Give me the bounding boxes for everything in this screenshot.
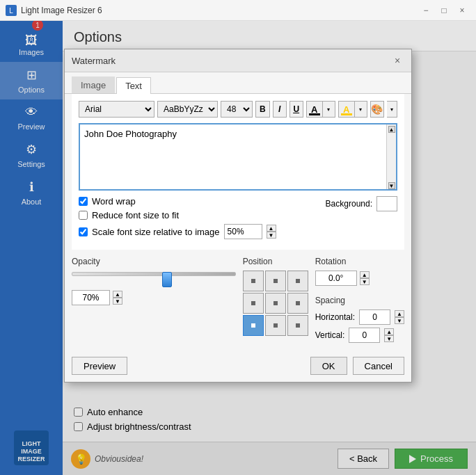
text-area-wrapper: John Doe Photography ▲ ▼: [79, 123, 397, 191]
italic-button[interactable]: I: [273, 101, 287, 118]
vertical-spacing-row: Vertical: ▲ ▼: [315, 328, 404, 343]
opacity-slider-track: [72, 272, 236, 276]
dialog-overlay: Watermark × Image Text Arial AaBbYyZz 48…: [0, 21, 476, 475]
scale-font-checkbox[interactable]: [79, 227, 88, 236]
textarea-scrollbar: ▲ ▼: [386, 124, 396, 189]
highlight-color-group: A ▾: [338, 101, 367, 118]
rotation-value-input[interactable]: [315, 271, 357, 286]
position-section: Position: [243, 257, 308, 346]
font-preview-select[interactable]: AaBbYyZz: [157, 101, 218, 118]
text-color-dropdown[interactable]: ▾: [323, 101, 335, 118]
font-family-select[interactable]: Arial: [79, 101, 154, 118]
maximize-button[interactable]: □: [436, 3, 452, 18]
horizontal-down-button[interactable]: ▼: [395, 317, 404, 324]
rotation-up-button[interactable]: ▲: [360, 271, 370, 278]
text-color-group: A ▾: [306, 101, 335, 118]
pos-bottom-center[interactable]: [265, 315, 286, 336]
title-bar: L Light Image Resizer 6 − □ ×: [0, 0, 476, 21]
horizontal-up-button[interactable]: ▲: [395, 310, 404, 317]
opacity-input-row: ▲ ▼: [72, 290, 236, 305]
pos-bottom-right[interactable]: [287, 315, 308, 336]
rotation-section: Rotation ▲ ▼: [315, 257, 404, 291]
rotation-spacing-section: Rotation ▲ ▼ Spacing Horizontal:: [315, 257, 404, 346]
scale-font-label: Scale font size relative to image: [92, 227, 220, 237]
pos-middle-right[interactable]: [287, 293, 308, 314]
scale-value-input[interactable]: [224, 224, 262, 239]
opacity-up-button[interactable]: ▲: [113, 291, 122, 298]
horizontal-value-input[interactable]: [359, 309, 390, 325]
spacing-label: Spacing: [315, 296, 404, 305]
minimize-button[interactable]: −: [418, 3, 434, 18]
tab-image[interactable]: Image: [72, 77, 115, 93]
scale-up-button[interactable]: ▲: [267, 225, 276, 232]
watermark-dialog: Watermark × Image Text Arial AaBbYyZz 48…: [64, 49, 412, 383]
rotation-spinners: ▲ ▼: [360, 271, 370, 285]
word-wrap-row: Word wrap: [79, 196, 276, 207]
highlight-color-bar: [341, 113, 352, 115]
watermark-text-input[interactable]: John Doe Photography: [80, 124, 396, 187]
word-wrap-label: Word wrap: [92, 196, 136, 207]
font-size-select[interactable]: 48: [221, 101, 253, 118]
reduce-font-label: Reduce font size to fit: [92, 210, 179, 220]
paint-button[interactable]: 🎨: [370, 101, 384, 118]
pos-middle-left[interactable]: [243, 293, 264, 314]
reduce-font-checkbox[interactable]: [79, 211, 88, 220]
scale-down-button[interactable]: ▼: [267, 232, 276, 239]
rotation-down-button[interactable]: ▼: [360, 278, 370, 285]
scale-spinners: ▲ ▼: [267, 225, 276, 239]
scale-font-row: Scale font size relative to image ▲ ▼: [79, 224, 276, 239]
preview-button[interactable]: Preview: [72, 357, 127, 375]
dialog-titlebar: Watermark ×: [65, 49, 411, 72]
close-button[interactable]: ×: [454, 3, 470, 18]
bold-button[interactable]: B: [255, 101, 269, 118]
text-color-bar: [309, 113, 320, 115]
dialog-body: Arial AaBbYyZz 48 B I U A ▾: [72, 94, 404, 250]
dialog-title: Watermark: [72, 56, 116, 66]
vertical-value-input[interactable]: [349, 328, 380, 343]
vertical-up-button[interactable]: ▲: [384, 328, 394, 335]
horizontal-spacing-row: Horizontal: ▲ ▼: [315, 309, 404, 325]
horizontal-spinners: ▲ ▼: [395, 310, 404, 324]
background-color-swatch[interactable]: [376, 196, 397, 211]
text-color-button[interactable]: A: [306, 101, 323, 118]
scroll-down-arrow[interactable]: ▼: [388, 182, 395, 189]
app-title: Light Image Resizer 6: [21, 6, 418, 15]
tab-text[interactable]: Text: [116, 77, 151, 94]
opacity-spinners: ▲ ▼: [113, 291, 122, 305]
pos-top-center[interactable]: [265, 271, 286, 291]
pos-top-right[interactable]: [287, 271, 308, 291]
background-label: Background:: [326, 199, 372, 209]
opacity-value-input[interactable]: [72, 290, 110, 305]
vertical-down-button[interactable]: ▼: [384, 335, 394, 342]
vertical-spinners: ▲ ▼: [384, 328, 394, 342]
highlight-color-dropdown[interactable]: ▾: [355, 101, 367, 118]
highlight-color-button[interactable]: A: [338, 101, 355, 118]
pos-middle-center[interactable]: [265, 293, 286, 314]
rotation-label: Rotation: [315, 257, 404, 266]
reduce-font-row: Reduce font size to fit: [79, 210, 276, 220]
dialog-action-buttons: OK Cancel: [310, 357, 404, 375]
opacity-down-button[interactable]: ▼: [113, 298, 122, 305]
opacity-slider-handle[interactable]: [162, 272, 172, 287]
svg-text:L: L: [9, 7, 13, 15]
dialog-close-button[interactable]: ×: [390, 54, 404, 67]
position-grid: [243, 271, 308, 336]
scroll-up-arrow[interactable]: ▲: [388, 126, 395, 133]
rotation-input-row: ▲ ▼: [315, 271, 404, 286]
opacity-label: Opacity: [72, 257, 236, 266]
pos-bottom-left[interactable]: [243, 315, 264, 336]
word-wrap-checkbox[interactable]: [79, 197, 88, 206]
pos-top-left[interactable]: [243, 271, 264, 291]
cancel-button[interactable]: Cancel: [353, 357, 404, 375]
font-controls-row: Arial AaBbYyZz 48 B I U A ▾: [79, 101, 397, 118]
dialog-footer: Preview OK Cancel: [65, 353, 411, 382]
window-controls: − □ ×: [418, 3, 470, 18]
underline-button[interactable]: U: [289, 101, 303, 118]
vertical-label: Vertical:: [315, 330, 345, 340]
position-label: Position: [243, 257, 308, 266]
ok-button[interactable]: OK: [310, 357, 347, 375]
horizontal-label: Horizontal:: [315, 312, 355, 322]
lower-section: Opacity ▲ ▼ Position: [65, 257, 411, 353]
dialog-tabs: Image Text: [65, 72, 411, 94]
paint-dropdown[interactable]: ▾: [387, 101, 397, 118]
